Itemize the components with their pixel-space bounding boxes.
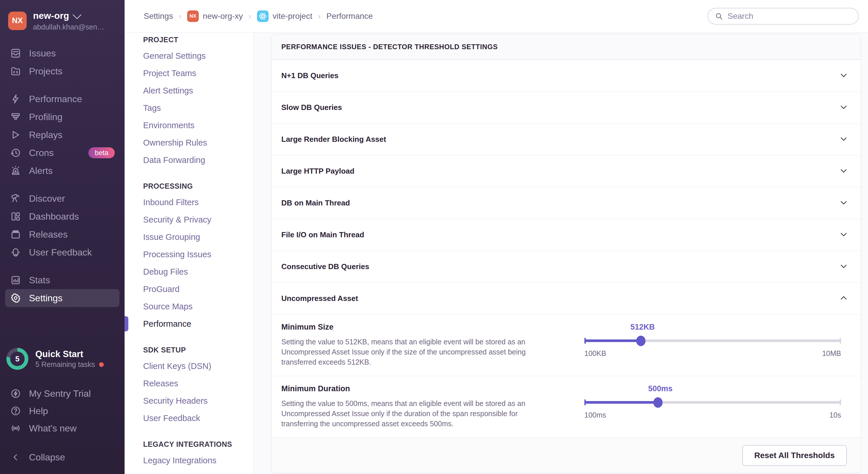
sidebar-item-alerts[interactable]: Alerts [5, 162, 119, 180]
slider-thumb[interactable] [653, 397, 662, 408]
detector-row-uncompressed-asset[interactable]: Uncompressed Asset [272, 282, 861, 314]
org-badge-icon: NX [187, 10, 199, 22]
search-input[interactable] [727, 11, 851, 21]
minimum-duration-setting: Minimum Duration Setting the value to 50… [272, 376, 861, 438]
sidebar-item-issues[interactable]: Issues [5, 44, 119, 62]
settings-nav-alert-settings[interactable]: Alert Settings [125, 82, 253, 99]
settings-nav-section-title: SDK SETUP [125, 342, 253, 358]
quick-start-count: 5 [10, 351, 25, 366]
sidebar-item-settings[interactable]: Settings [5, 289, 119, 307]
sidebar-item-releases[interactable]: Releases [5, 226, 119, 243]
org-switcher[interactable]: NX new-org abdullah.khan@sen… [5, 10, 119, 32]
notification-dot [99, 362, 104, 367]
releases-icon [10, 229, 22, 240]
org-email: abdullah.khan@sen… [33, 23, 104, 32]
sidebar-item-replays[interactable]: Replays [5, 126, 119, 144]
sidebar-item-label: Issues [29, 48, 56, 59]
settings-nav-security-headers[interactable]: Security Headers [125, 392, 253, 409]
settings-nav-performance[interactable]: Performance [125, 315, 253, 333]
settings-nav-user-feedback[interactable]: User Feedback [125, 409, 253, 427]
stats-icon [10, 274, 22, 286]
breadcrumb-org[interactable]: NX new-org-xy [187, 10, 243, 22]
react-project-icon [257, 10, 269, 22]
detector-row-file-io-on-main-thread[interactable]: File I/O on Main Thread [272, 219, 861, 250]
sidebar-item-user-feedback[interactable]: User Feedback [5, 243, 119, 261]
beta-badge: beta [88, 147, 115, 158]
sidebar-item-label: Stats [29, 275, 50, 285]
quick-start-subtitle: 5 Remaining tasks [35, 360, 95, 369]
settings-nav-general-settings[interactable]: General Settings [125, 47, 253, 65]
detector-row-db-on-main-thread[interactable]: DB on Main Thread [272, 187, 861, 219]
settings-nav-environments[interactable]: Environments [125, 116, 253, 134]
slider-track[interactable] [584, 339, 841, 342]
org-name: new-org [33, 10, 69, 22]
primary-sidebar: NX new-org abdullah.khan@sen… Issues Pro… [0, 0, 125, 474]
chevron-left-icon [10, 451, 22, 463]
crons-icon [10, 147, 22, 159]
search-box[interactable] [708, 8, 859, 25]
sidebar-item-label: Crons [29, 147, 54, 158]
chevron-up-icon [839, 294, 848, 304]
sidebar-item-whats-new[interactable]: What's new [5, 419, 119, 437]
settings-nav: PROJECT General Settings Project Teams A… [125, 33, 254, 474]
sidebar-item-label: What's new [29, 423, 76, 434]
settings-nav-security-privacy[interactable]: Security & Privacy [125, 211, 253, 228]
slider-fill [584, 339, 641, 342]
sidebar-nav: Issues Projects Performance Profiling Re… [5, 44, 119, 307]
settings-nav-tags[interactable]: Tags [125, 99, 253, 116]
sidebar-item-label: Performance [29, 94, 82, 104]
breadcrumb: Settings › NX new-org-xy › [144, 10, 373, 22]
sidebar-item-stats[interactable]: Stats [5, 271, 119, 289]
settings-nav-proguard[interactable]: ProGuard [125, 280, 253, 298]
sidebar-item-my-sentry-trial[interactable]: My Sentry Trial [5, 385, 119, 402]
sidebar-item-projects[interactable]: Projects [5, 62, 119, 80]
breadcrumb-settings[interactable]: Settings [144, 11, 173, 21]
sidebar-item-performance[interactable]: Performance [5, 90, 119, 108]
detector-row-consecutive-db-queries[interactable]: Consecutive DB Queries [272, 250, 861, 282]
settings-nav-data-forwarding[interactable]: Data Forwarding [125, 151, 253, 169]
breadcrumb-project[interactable]: vite-project [257, 10, 312, 22]
quick-start-progress-ring: 5 [6, 348, 28, 370]
detector-row-large-render-blocking-asset[interactable]: Large Render Blocking Asset [272, 123, 861, 155]
minimum-duration-description: Setting the value to 500ms, means that a… [281, 399, 542, 429]
detector-row-slow-db-queries[interactable]: Slow DB Queries [272, 92, 861, 123]
settings-nav-releases[interactable]: Releases [125, 375, 253, 392]
projects-icon [10, 65, 22, 77]
settings-nav-legacy-integrations[interactable]: Legacy Integrations [125, 452, 253, 469]
panel-footer: Reset All Thresholds [272, 438, 861, 473]
sidebar-item-dashboards[interactable]: Dashboards [5, 207, 119, 226]
settings-nav-inbound-filters[interactable]: Inbound Filters [125, 194, 253, 211]
sidebar-item-help[interactable]: Help [5, 402, 119, 419]
chevron-down-icon [839, 103, 848, 112]
minimum-size-slider: 512KB 100KB 10MB [584, 323, 849, 366]
reset-all-thresholds-button[interactable]: Reset All Thresholds [742, 445, 847, 466]
sidebar-collapse-button[interactable]: Collapse [5, 448, 119, 466]
breadcrumb-page: Performance [327, 11, 373, 21]
settings-nav-client-keys[interactable]: Client Keys (DSN) [125, 358, 253, 375]
detector-row-large-http-payload[interactable]: Large HTTP Payload [272, 155, 861, 187]
gear-icon [10, 292, 22, 304]
sidebar-item-label: Replays [29, 130, 63, 140]
breadcrumb-separator: › [249, 12, 251, 21]
settings-nav-ownership-rules[interactable]: Ownership Rules [125, 134, 253, 151]
chevron-down-icon [839, 71, 848, 81]
quick-start[interactable]: 5 Quick Start 5 Remaining tasks [5, 348, 119, 370]
slider-min-label: 100KB [584, 349, 606, 358]
quick-start-title: Quick Start [35, 349, 104, 360]
issues-icon [10, 47, 22, 59]
top-bar: Settings › NX new-org-xy › [125, 0, 868, 33]
sidebar-item-crons[interactable]: Crons beta [5, 144, 119, 162]
settings-nav-project-teams[interactable]: Project Teams [125, 65, 253, 82]
chevron-down-icon [839, 230, 848, 240]
discover-icon [10, 193, 22, 204]
settings-nav-source-maps[interactable]: Source Maps [125, 298, 253, 315]
sidebar-item-discover[interactable]: Discover [5, 190, 119, 207]
settings-nav-processing-issues[interactable]: Processing Issues [125, 246, 253, 263]
settings-nav-issue-grouping[interactable]: Issue Grouping [125, 228, 253, 246]
replays-icon [10, 129, 22, 141]
slider-thumb[interactable] [636, 336, 646, 346]
slider-track[interactable] [584, 401, 841, 404]
settings-nav-debug-files[interactable]: Debug Files [125, 263, 253, 280]
sidebar-item-profiling[interactable]: Profiling [5, 108, 119, 126]
detector-row-n-plus-one-db-queries[interactable]: N+1 DB Queries [272, 60, 861, 92]
